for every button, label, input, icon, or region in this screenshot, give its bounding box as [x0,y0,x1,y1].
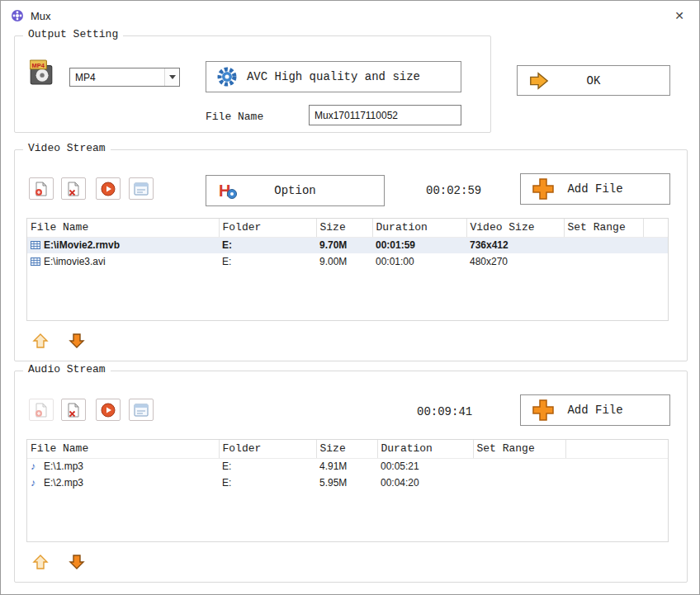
doc-add-icon [35,403,48,418]
ok-label: OK [587,74,601,87]
h264-option-icon: H [216,180,238,201]
video-option-label: Option [274,184,315,197]
video-add-file-small-button[interactable] [29,177,54,200]
cell-file-name: E:\1.mp3 [44,460,83,472]
doc-delete-icon [67,182,80,196]
plus-icon [531,177,556,201]
cell-size: 5.95M [316,475,377,491]
doc-delete-icon [67,403,80,418]
audio-table-row[interactable]: ♪E:\2.mp3 E: 5.95M 00:04:20 [27,475,668,491]
col-header-set-range[interactable]: Set Range [564,219,643,237]
audio-add-file-button[interactable]: Add File [520,394,670,426]
video-file-icon [31,257,40,267]
audio-add-file-small-button[interactable] [29,399,54,421]
col-header-file-name[interactable]: File Name [27,440,219,458]
video-table-row[interactable]: E:\iMovie2.rmvb E: 9.70M 00:01:59 736x41… [27,237,668,253]
col-header-duration[interactable]: Duration [377,440,473,458]
gear-icon [216,66,238,87]
audio-move-up-button[interactable] [31,553,50,571]
quality-profile-label: AVC High quality and size [247,70,420,83]
cell-size: 4.91M [316,458,377,475]
audio-delete-file-button[interactable] [61,399,86,421]
music-note-icon: ♪ [31,477,40,489]
doc-add-icon [35,182,48,196]
video-stream-legend: Video Stream [23,142,111,154]
col-header-folder[interactable]: Folder [219,219,316,237]
properties-icon [134,404,149,417]
cell-size: 9.70M [316,237,372,253]
quality-profile-button[interactable]: AVC High quality and size [206,61,461,92]
video-total-duration: 00:02:59 [426,184,481,197]
cell-duration: 00:05:21 [377,458,473,475]
ok-button[interactable]: OK [517,65,670,96]
arrow-up-icon [32,333,49,349]
col-header-video-size[interactable]: Video Size [466,219,564,237]
col-header-file-name[interactable]: File Name [27,219,219,237]
mp4-format-icon: MP4 [30,59,53,89]
cell-video-size: 480x270 [466,253,564,270]
video-preview-button[interactable] [96,177,121,200]
video-option-button[interactable]: H Option [206,175,385,206]
video-delete-file-button[interactable] [61,177,86,200]
titlebar: Mux ✕ [1,1,699,31]
audio-move-down-button[interactable] [68,553,86,571]
arrow-down-icon [69,333,85,349]
arrow-up-icon [32,554,49,570]
audio-stream-group: Audio Stream 00:09:41 Add File [14,371,688,583]
close-button[interactable]: ✕ [668,4,691,27]
format-select-value: MP4 [70,72,164,83]
ok-arrow-icon [527,70,551,92]
file-name-label: File Name [206,111,263,123]
properties-icon [134,182,149,196]
play-icon [101,403,116,418]
col-header-size[interactable]: Size [316,219,372,237]
audio-file-list: File Name Folder Size Duration Set Range… [26,439,669,542]
audio-stream-legend: Audio Stream [23,363,111,375]
cell-folder: E: [219,458,316,475]
col-header-duration[interactable]: Duration [372,219,466,237]
output-setting-legend: Output Setting [23,28,123,40]
col-header-folder[interactable]: Folder [219,440,316,458]
audio-total-duration: 00:09:41 [417,405,472,418]
audio-table-row[interactable]: ♪E:\1.mp3 E: 4.91M 00:05:21 [27,458,668,475]
cell-set-range [473,475,565,491]
cell-duration: 00:01:59 [372,237,466,253]
cell-file-name: E:\imovie3.avi [44,256,106,267]
video-move-down-button[interactable] [68,332,86,350]
video-add-file-label: Add File [567,182,622,196]
col-header-spacer [565,440,668,458]
video-add-file-button[interactable]: Add File [520,173,670,205]
audio-preview-button[interactable] [96,399,121,421]
col-header-spacer [643,219,668,237]
play-icon [101,182,116,196]
cell-size: 9.00M [316,253,372,270]
video-move-up-button[interactable] [31,332,50,350]
cell-video-size: 736x412 [466,237,564,253]
cell-file-name: E:\2.mp3 [44,477,83,489]
cell-duration: 00:04:20 [377,475,473,491]
cell-file-name: E:\iMovie2.rmvb [44,239,120,251]
video-file-icon [31,240,40,250]
arrow-down-icon [69,554,85,570]
video-file-list: File Name Folder Size Duration Video Siz… [26,218,669,321]
cell-folder: E: [219,237,316,253]
plus-icon [531,398,556,423]
file-name-input[interactable] [309,105,461,125]
cell-folder: E: [219,253,316,270]
cell-set-range [473,458,565,475]
video-table-row[interactable]: E:\imovie3.avi E: 9.00M 00:01:00 480x270 [27,253,668,270]
audio-add-file-label: Add File [567,404,622,417]
output-setting-group: Output Setting MP4 MP4 AVC High quality … [14,35,491,133]
music-note-icon: ♪ [31,460,40,472]
video-stream-group: Video Stream H Option 00:02:59 Add File [14,149,688,361]
format-select[interactable]: MP4 [69,68,180,87]
video-properties-button[interactable] [129,177,154,200]
cell-duration: 00:01:00 [372,253,466,270]
cell-folder: E: [219,475,316,491]
audio-properties-button[interactable] [129,399,154,421]
col-header-set-range[interactable]: Set Range [473,440,565,458]
mux-window: Mux ✕ Output Setting MP4 MP4 AVC High qu… [0,0,700,595]
chevron-down-icon [164,68,179,86]
cell-set-range [564,253,643,270]
col-header-size[interactable]: Size [316,440,377,458]
